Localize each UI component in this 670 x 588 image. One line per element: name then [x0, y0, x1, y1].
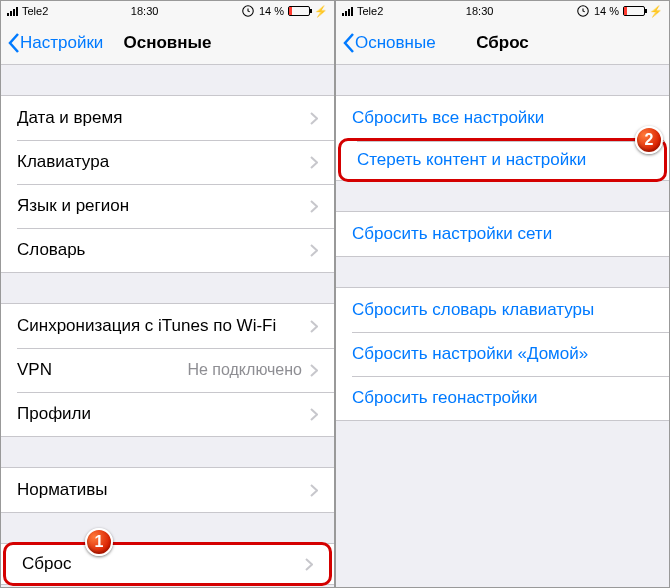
cell-label: Словарь: [17, 240, 85, 260]
cell-label: Клавиатура: [17, 152, 109, 172]
chevron-right-icon: [310, 320, 318, 333]
cell-detail-label: Не подключено: [187, 361, 302, 379]
cell-profiles[interactable]: Профили: [1, 392, 334, 436]
cell-label: Нормативы: [17, 480, 108, 500]
group-reset-1: 2 Сбросить все настройки Стереть контент…: [336, 95, 669, 181]
callout-badge-1: 1: [85, 528, 113, 556]
cell-label: Сбросить геонастройки: [352, 388, 538, 408]
chevron-right-icon: [305, 558, 313, 571]
chevron-right-icon: [310, 484, 318, 497]
cell-reset-network[interactable]: Сбросить настройки сети: [336, 212, 669, 256]
callout-number: 2: [645, 131, 654, 149]
phone-left: Tele2 18:30 14 % ⚡ Настройки Основные Да…: [0, 0, 335, 588]
cell-label: VPN: [17, 360, 52, 380]
cell-label: Сброс: [22, 554, 71, 574]
cell-label: Профили: [17, 404, 91, 424]
status-bar: Tele2 18:30 14 % ⚡: [1, 1, 334, 21]
time-label: 18:30: [466, 5, 494, 17]
group-general-3: Нормативы: [1, 467, 334, 513]
chevron-right-icon: [310, 364, 318, 377]
signal-icon: [342, 7, 353, 16]
chevron-right-icon: [310, 156, 318, 169]
signal-icon: [7, 7, 18, 16]
group-reset-3: Сбросить словарь клавиатуры Сбросить нас…: [336, 287, 669, 421]
page-title: Сброс: [476, 33, 529, 53]
cell-erase-all[interactable]: Стереть контент и настройки: [338, 138, 667, 182]
carrier-label: Tele2: [22, 5, 48, 17]
charging-icon: ⚡: [314, 5, 328, 18]
callout-badge-2: 2: [635, 126, 663, 154]
time-label: 18:30: [131, 5, 159, 17]
chevron-right-icon: [310, 244, 318, 257]
rotation-lock-icon: [576, 4, 590, 18]
nav-bar: Основные Сброс: [336, 21, 669, 65]
cell-language-region[interactable]: Язык и регион: [1, 184, 334, 228]
cell-reset-keyboard-dict[interactable]: Сбросить словарь клавиатуры: [336, 288, 669, 332]
battery-pct-label: 14 %: [259, 5, 284, 17]
cell-reset-home-layout[interactable]: Сбросить настройки «Домой»: [336, 332, 669, 376]
group-general-1: Дата и время Клавиатура Язык и регион Сл…: [1, 95, 334, 273]
cell-regulatory[interactable]: Нормативы: [1, 468, 334, 512]
chevron-right-icon: [310, 112, 318, 125]
chevron-left-icon: [342, 32, 355, 54]
back-button[interactable]: Основные: [336, 32, 436, 54]
cell-label: Сбросить все настройки: [352, 108, 544, 128]
cell-label: Язык и регион: [17, 196, 129, 216]
back-label: Основные: [355, 33, 436, 53]
battery-icon: [288, 6, 310, 16]
cell-label: Синхронизация c iTunes по Wi-Fi: [17, 316, 276, 336]
cell-label: Сбросить настройки «Домой»: [352, 344, 588, 364]
phone-right: Tele2 18:30 14 % ⚡ Основные Сброс 2 Сбро…: [335, 0, 670, 588]
status-bar: Tele2 18:30 14 % ⚡: [336, 1, 669, 21]
carrier-label: Tele2: [357, 5, 383, 17]
chevron-right-icon: [310, 408, 318, 421]
back-button[interactable]: Настройки: [1, 32, 103, 54]
cell-label: Стереть контент и настройки: [357, 150, 586, 170]
cell-vpn[interactable]: VPN Не подключено: [1, 348, 334, 392]
cell-reset-all-settings[interactable]: Сбросить все настройки: [336, 96, 669, 140]
page-title: Основные: [123, 33, 211, 53]
rotation-lock-icon: [241, 4, 255, 18]
charging-icon: ⚡: [649, 5, 663, 18]
cell-date-time[interactable]: Дата и время: [1, 96, 334, 140]
cell-label: Сбросить словарь клавиатуры: [352, 300, 594, 320]
cell-itunes-sync[interactable]: Синхронизация c iTunes по Wi-Fi: [1, 304, 334, 348]
battery-pct-label: 14 %: [594, 5, 619, 17]
group-reset-2: Сбросить настройки сети: [336, 211, 669, 257]
group-general-2: Синхронизация c iTunes по Wi-Fi VPN Не п…: [1, 303, 334, 437]
cell-dictionary[interactable]: Словарь: [1, 228, 334, 272]
chevron-left-icon: [7, 32, 20, 54]
nav-bar: Настройки Основные: [1, 21, 334, 65]
cell-label: Дата и время: [17, 108, 122, 128]
group-general-4: 1 Сброс: [1, 543, 334, 585]
back-label: Настройки: [20, 33, 103, 53]
callout-number: 1: [95, 533, 104, 551]
chevron-right-icon: [310, 200, 318, 213]
cell-reset[interactable]: Сброс: [3, 542, 332, 586]
battery-icon: [623, 6, 645, 16]
cell-keyboard[interactable]: Клавиатура: [1, 140, 334, 184]
cell-reset-location[interactable]: Сбросить геонастройки: [336, 376, 669, 420]
cell-label: Сбросить настройки сети: [352, 224, 552, 244]
